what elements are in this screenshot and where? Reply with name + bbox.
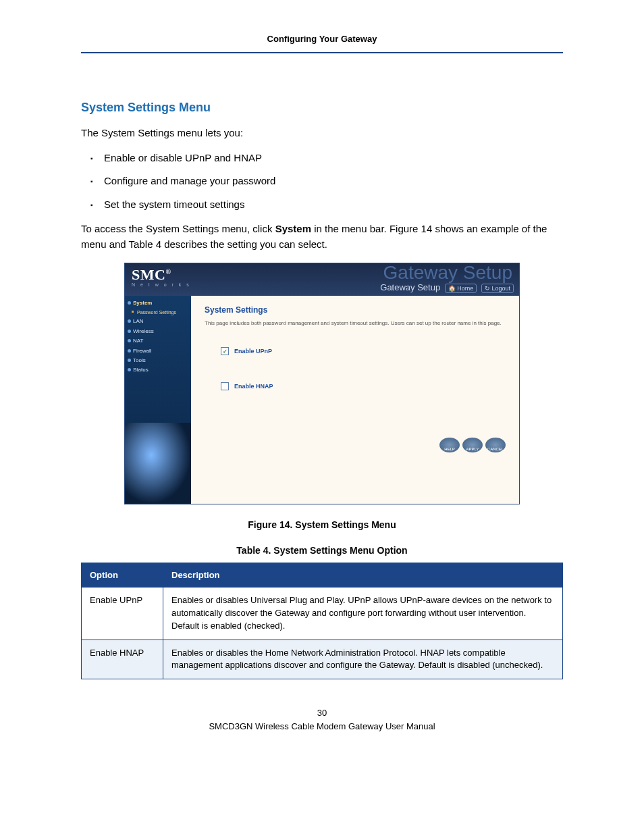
ghost-title: Gateway Setup bbox=[383, 263, 512, 284]
brand-logo-text: SMC bbox=[132, 266, 165, 283]
table-cell-description: Enables or disables the Home Network Adm… bbox=[163, 640, 563, 679]
brand-logo: SMC® bbox=[132, 266, 171, 284]
manual-title: SMCD3GN Wireless Cable Modem Gateway Use… bbox=[81, 720, 563, 733]
figure-header: SMC® N e t w o r k s Gateway Setup Gatew… bbox=[125, 263, 519, 296]
table-header-option: Option bbox=[82, 563, 163, 588]
button-row: HELP APPLY CANCEL bbox=[439, 438, 506, 452]
home-link[interactable]: 🏠 Home bbox=[445, 284, 477, 293]
checkbox-upnp[interactable]: ✓ bbox=[221, 347, 229, 355]
page-number: 30 bbox=[81, 706, 563, 720]
panel-description: This page includes both password managem… bbox=[205, 320, 506, 327]
nav-lan[interactable]: LAN bbox=[128, 317, 188, 326]
bullet-item: Enable or disable UPnP and HNAP bbox=[104, 151, 563, 166]
apply-button[interactable]: APPLY bbox=[462, 438, 483, 452]
table-caption: Table 4. System Settings Menu Option bbox=[81, 545, 563, 556]
home-link-label: Home bbox=[457, 285, 473, 292]
menu-name-bold: System bbox=[275, 223, 311, 234]
intro-text: The System Settings menu lets you: bbox=[81, 126, 563, 141]
cancel-button[interactable]: CANCEL bbox=[485, 438, 506, 452]
panel-title: System Settings bbox=[205, 305, 506, 315]
checkbox-hnap[interactable] bbox=[221, 382, 229, 390]
nav-password-settings[interactable]: Password Settings bbox=[128, 308, 188, 317]
sub-title-text: Gateway Setup bbox=[380, 282, 440, 292]
bullet-list: Enable or disable UPnP and HNAP Configur… bbox=[81, 151, 563, 213]
access-paragraph: To access the System Settings menu, clic… bbox=[81, 221, 563, 252]
table-cell-option: Enable UPnP bbox=[82, 588, 163, 640]
figure-sidebar: System Password Settings LAN Wireless NA… bbox=[125, 296, 191, 504]
option-label-upnp: Enable UPnP bbox=[234, 348, 272, 355]
brand-logo-subtitle: N e t w o r k s bbox=[132, 282, 191, 287]
logout-link-label: Logout bbox=[491, 285, 510, 292]
running-header: Configuring Your Gateway bbox=[81, 34, 563, 53]
bullet-item: Configure and manage your password bbox=[104, 174, 563, 189]
nav-tools[interactable]: Tools bbox=[128, 356, 188, 365]
figure-sub-header: Gateway Setup 🏠 Home ↻ Logout bbox=[380, 282, 514, 292]
nav-status[interactable]: Status bbox=[128, 365, 188, 375]
nav-wireless[interactable]: Wireless bbox=[128, 327, 188, 336]
nav-nat[interactable]: NAT bbox=[128, 336, 188, 346]
bullet-item: Set the system timeout settings bbox=[104, 197, 563, 213]
option-row-hnap: Enable HNAP bbox=[221, 382, 506, 390]
logout-link[interactable]: ↻ Logout bbox=[481, 284, 514, 293]
section-title: System Settings Menu bbox=[81, 101, 563, 115]
option-row-upnp: ✓ Enable UPnP bbox=[221, 347, 506, 355]
nav-system[interactable]: System bbox=[128, 298, 188, 308]
nav-firewall[interactable]: Firewall bbox=[128, 346, 188, 356]
help-button[interactable]: HELP bbox=[439, 438, 460, 452]
page-footer: 30 SMCD3GN Wireless Cable Modem Gateway … bbox=[81, 706, 563, 733]
figure-screenshot: SMC® N e t w o r k s Gateway Setup Gatew… bbox=[124, 263, 520, 504]
table-cell-option: Enable HNAP bbox=[82, 640, 163, 679]
figure-caption: Figure 14. System Settings Menu bbox=[81, 519, 563, 530]
table-cell-description: Enables or disables Universal Plug and P… bbox=[163, 588, 563, 640]
options-table: Option Description Enable UPnP Enables o… bbox=[81, 563, 563, 679]
sidebar-decorative-image bbox=[125, 423, 191, 504]
access-pre: To access the System Settings menu, clic… bbox=[81, 223, 275, 234]
figure-content: System Settings This page includes both … bbox=[191, 296, 519, 504]
table-header-description: Description bbox=[163, 563, 563, 588]
option-label-hnap: Enable HNAP bbox=[234, 383, 273, 390]
